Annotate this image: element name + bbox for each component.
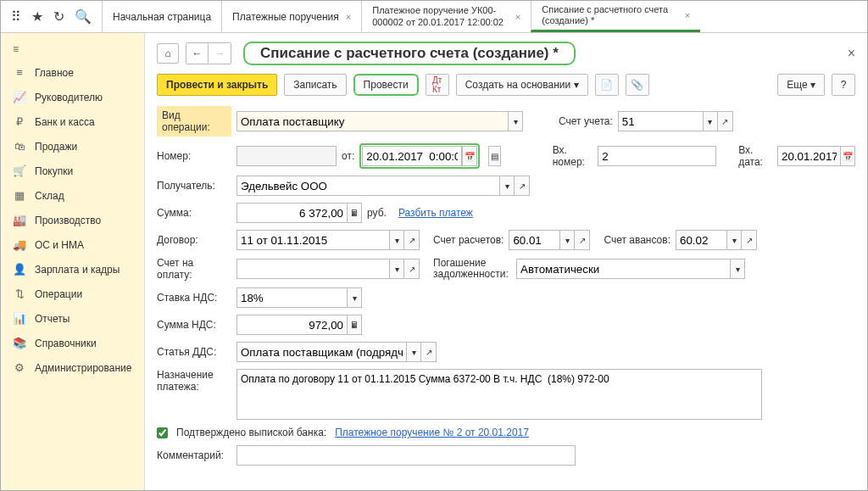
dt-kt-button[interactable]: ДтКт [426, 74, 449, 96]
open-icon[interactable]: ↗ [421, 342, 437, 362]
invoice-input[interactable] [236, 259, 389, 279]
sidebar-item-salary[interactable]: 👤Зарплата и кадры [1, 257, 144, 282]
sum-label: Сумма: [157, 207, 231, 219]
forward-button[interactable]: → [209, 43, 231, 64]
sidebar-item-sales[interactable]: 🛍Продажи [1, 134, 144, 159]
search-icon[interactable]: 🔍 [75, 8, 92, 25]
topbar: ⠿ ★ ↻ 🔍 Начальная страница Платежные пор… [1, 1, 867, 33]
sidebar-item-bank[interactable]: ₽Банк и касса [1, 109, 144, 134]
number-label: Номер: [157, 150, 231, 162]
sidebar-item-warehouse[interactable]: ▦Склад [1, 183, 144, 208]
sidebar-toggle[interactable]: ≡ [1, 38, 144, 60]
vat-rate-label: Ставка НДС: [157, 292, 231, 304]
vat-rate-input[interactable] [236, 287, 347, 308]
calc-account-input[interactable] [509, 230, 559, 250]
dropdown-icon[interactable]: ▾ [508, 111, 523, 131]
in-number-input[interactable] [598, 146, 716, 166]
confirmed-checkbox[interactable] [157, 427, 168, 438]
swap-icon: ⇅ [13, 287, 26, 300]
dropdown-icon[interactable]: ▾ [559, 230, 575, 250]
apps-icon[interactable]: ⠿ [11, 8, 21, 25]
sidebar-item-manager[interactable]: 📈Руководителю [1, 85, 144, 109]
star-icon[interactable]: ★ [31, 8, 43, 25]
sum-input[interactable] [236, 203, 347, 223]
recipient-label: Получатель: [157, 180, 231, 192]
more-button[interactable]: Еще ▾ [777, 74, 825, 96]
create-based-button[interactable]: Создать на основании ▾ [456, 74, 588, 96]
dropdown-icon[interactable]: ▾ [726, 230, 742, 250]
dropdown-icon[interactable]: ▾ [347, 287, 362, 308]
dropdown-icon[interactable]: ▾ [389, 259, 404, 279]
date-input[interactable] [362, 146, 462, 166]
sidebar-item-production[interactable]: 🏭Производство [1, 208, 144, 232]
sidebar-item-reports[interactable]: 📊Отчеты [1, 306, 144, 331]
sidebar-item-operations[interactable]: ⇅Операции [1, 282, 144, 306]
tab-payment-doc[interactable]: Платежное поручение УК00-000002 от 20.01… [361, 1, 531, 32]
account-input[interactable] [618, 111, 703, 131]
dropdown-icon[interactable]: ▾ [499, 176, 515, 196]
debt-input[interactable] [516, 259, 730, 279]
purpose-textarea[interactable] [236, 369, 762, 420]
open-icon[interactable]: ↗ [404, 230, 420, 250]
gear-icon: ⚙ [13, 361, 26, 374]
dds-input[interactable] [236, 342, 406, 362]
dropdown-icon[interactable]: ▾ [406, 342, 421, 362]
post-close-button[interactable]: Провести и закрыть [157, 74, 277, 96]
calendar-icon[interactable]: 📅 [462, 146, 477, 166]
open-icon[interactable]: ↗ [718, 111, 733, 131]
sidebar-item-purchases[interactable]: 🛒Покупки [1, 159, 144, 183]
dds-label: Статья ДДС: [157, 346, 231, 358]
open-icon[interactable]: ↗ [515, 176, 530, 196]
clip-button[interactable]: 📎 [626, 74, 649, 96]
tab-home[interactable]: Начальная страница [102, 1, 221, 32]
home-button[interactable]: ⌂ [157, 43, 179, 64]
vat-sum-input[interactable] [236, 315, 347, 335]
op-type-input[interactable] [236, 111, 508, 131]
help-button[interactable]: ? [832, 74, 855, 96]
tab-payments[interactable]: Платежные поручения× [221, 1, 361, 32]
dropdown-icon[interactable]: ▾ [730, 259, 745, 279]
back-button[interactable]: ← [186, 43, 209, 64]
contract-input[interactable] [236, 230, 389, 250]
close-button[interactable]: × [848, 46, 855, 61]
tab-writeoff[interactable]: Списание с расчетного счета (создание) *… [531, 1, 700, 32]
calc-account-label: Счет расчетов: [433, 234, 504, 246]
sidebar-item-assets[interactable]: 🚚ОС и НМА [1, 232, 144, 257]
attach-button[interactable]: 📄 [595, 74, 619, 96]
comment-label: Комментарий: [157, 449, 231, 461]
content: ⌂ ← → Списание с расчетного счета (созда… [145, 33, 867, 490]
open-icon[interactable]: ↗ [575, 230, 590, 250]
advance-account-label: Счет авансов: [604, 234, 670, 246]
open-icon[interactable]: ↗ [742, 230, 757, 250]
close-icon[interactable]: × [346, 12, 351, 22]
op-type-label: Вид операции: [157, 106, 231, 137]
calc-icon[interactable]: 🖩 [347, 203, 362, 223]
extra-icon[interactable]: ▤ [488, 146, 501, 166]
tabs: Начальная страница Платежные поручения× … [102, 1, 867, 32]
open-icon[interactable]: ↗ [404, 259, 420, 279]
sidebar-item-admin[interactable]: ⚙Администрирование [1, 355, 144, 380]
factory-icon: 🏭 [13, 214, 26, 226]
calendar-icon[interactable]: 📅 [840, 146, 855, 166]
split-payment-link[interactable]: Разбить платеж [398, 207, 473, 219]
advance-account-input[interactable] [676, 230, 726, 250]
history-icon[interactable]: ↻ [53, 8, 64, 25]
post-button[interactable]: Провести [353, 74, 419, 96]
ruble-icon: ₽ [13, 115, 26, 128]
close-icon[interactable]: × [685, 10, 690, 20]
calc-icon[interactable]: 🖩 [347, 315, 362, 335]
in-date-input[interactable] [777, 146, 840, 166]
number-input[interactable] [236, 146, 337, 166]
in-number-label: Вх. номер: [553, 144, 593, 168]
recipient-input[interactable] [236, 176, 499, 196]
save-button[interactable]: Записать [284, 74, 346, 96]
confirmed-link[interactable]: Платежное поручение № 2 от 20.01.2017 [335, 427, 529, 438]
sidebar-item-catalogs[interactable]: 📚Справочники [1, 331, 144, 355]
comment-input[interactable] [236, 445, 576, 466]
home-icon: ≡ [13, 66, 26, 79]
chart-icon: 📈 [13, 91, 26, 103]
dropdown-icon[interactable]: ▾ [703, 111, 718, 131]
close-icon[interactable]: × [515, 12, 520, 22]
dropdown-icon[interactable]: ▾ [389, 230, 404, 250]
sidebar-item-main[interactable]: ≡Главное [1, 60, 144, 85]
